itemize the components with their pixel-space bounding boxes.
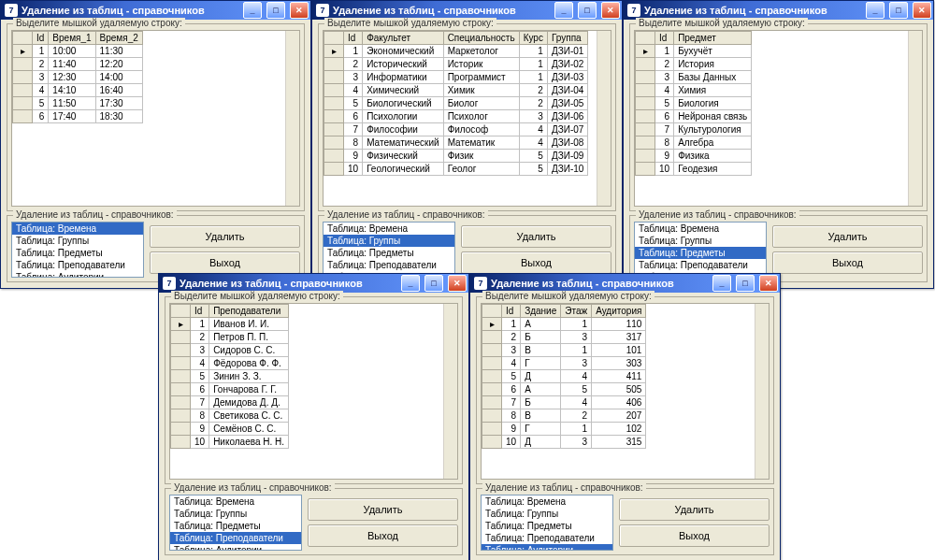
vertical-scrollbar[interactable] bbox=[755, 304, 769, 479]
column-header[interactable]: Группа bbox=[547, 32, 587, 45]
table-row[interactable]: 312:3014:00 bbox=[13, 71, 143, 84]
cell[interactable]: Базы Данных bbox=[674, 71, 752, 84]
vertical-scrollbar[interactable] bbox=[285, 31, 299, 206]
cell[interactable]: Геологический bbox=[363, 163, 444, 176]
cell[interactable]: ДЗИ-09 bbox=[547, 150, 587, 163]
cell[interactable]: Биология bbox=[674, 97, 752, 110]
table-row[interactable]: 5Д4411 bbox=[482, 370, 646, 383]
cell[interactable]: 3 bbox=[502, 344, 521, 357]
cell[interactable]: 3 bbox=[519, 110, 547, 123]
close-button[interactable]: ✕ bbox=[601, 2, 620, 19]
cell[interactable]: 1 bbox=[33, 45, 49, 58]
cell[interactable]: 8 bbox=[344, 136, 363, 150]
cell[interactable]: 2 bbox=[191, 331, 209, 344]
table-row[interactable]: 7Демидова Д. Д. bbox=[171, 396, 289, 409]
table-row[interactable]: 414:1016:40 bbox=[13, 84, 143, 97]
cell[interactable]: Петров П. П. bbox=[209, 331, 289, 344]
titlebar[interactable]: 7Удаление из таблиц - справочников_□✕ bbox=[470, 274, 780, 293]
minimize-button[interactable]: _ bbox=[712, 275, 731, 292]
column-header[interactable]: Курс bbox=[519, 32, 547, 45]
cell[interactable]: 2 bbox=[33, 58, 49, 71]
cell[interactable]: Философии bbox=[363, 123, 444, 136]
cell[interactable]: 4 bbox=[191, 357, 209, 370]
cell[interactable]: Сидоров С. С. bbox=[209, 344, 289, 357]
cell[interactable]: Биолог bbox=[443, 97, 519, 110]
column-header[interactable]: Id bbox=[191, 305, 209, 318]
cell[interactable]: Психолог bbox=[443, 110, 519, 123]
table-row[interactable]: 8МатематическийМатематик4ДЗИ-08 bbox=[324, 136, 588, 150]
table-row[interactable]: 6Гончарова Г. Г. bbox=[171, 383, 289, 396]
cell[interactable]: 1 bbox=[519, 45, 547, 58]
table-row[interactable]: 3В1101 bbox=[482, 344, 646, 357]
cell[interactable]: 406 bbox=[592, 396, 646, 409]
cell[interactable]: 9 bbox=[502, 423, 521, 436]
cell[interactable]: А bbox=[521, 383, 561, 396]
cell[interactable]: Экономический bbox=[363, 45, 444, 58]
tables-listbox[interactable]: Таблица: ВременаТаблица: ГруппыТаблица: … bbox=[169, 495, 302, 551]
maximize-button[interactable]: □ bbox=[266, 2, 285, 19]
cell[interactable]: Биологический bbox=[363, 97, 444, 110]
cell[interactable]: ДЗИ-10 bbox=[547, 163, 587, 176]
cell[interactable]: 1 bbox=[344, 45, 363, 58]
table-row[interactable]: 4Г3303 bbox=[482, 357, 646, 370]
cell[interactable]: 5 bbox=[344, 97, 363, 110]
cell[interactable]: ДЗИ-08 bbox=[547, 136, 587, 150]
table-row[interactable]: 6ПсихологииПсихолог3ДЗИ-06 bbox=[324, 110, 588, 123]
close-button[interactable]: ✕ bbox=[290, 2, 309, 19]
cell[interactable]: 6 bbox=[655, 110, 674, 123]
cell[interactable]: 5 bbox=[519, 150, 547, 163]
cell[interactable]: 4 bbox=[655, 84, 674, 97]
cell[interactable]: Математик bbox=[443, 136, 519, 150]
exit-button[interactable]: Выход bbox=[308, 524, 458, 547]
table-row[interactable]: 2История bbox=[636, 58, 752, 71]
listbox-item[interactable]: Таблица: Времена bbox=[12, 223, 143, 235]
cell[interactable]: Химический bbox=[363, 84, 444, 97]
cell[interactable]: 6 bbox=[191, 383, 209, 396]
table-row[interactable]: ▸110:0011:30 bbox=[13, 45, 143, 58]
listbox-item[interactable]: Таблица: Преподаватели bbox=[324, 259, 454, 271]
cell[interactable]: 6 bbox=[33, 110, 49, 123]
cell[interactable]: Гончарова Г. Г. bbox=[209, 383, 289, 396]
listbox-item[interactable]: Таблица: Группы bbox=[324, 235, 454, 247]
table-row[interactable]: 7Культурология bbox=[636, 123, 752, 136]
cell[interactable]: Историк bbox=[443, 58, 519, 71]
cell[interactable]: 1 bbox=[561, 318, 592, 331]
delete-button[interactable]: Удалить bbox=[308, 498, 458, 521]
cell[interactable]: Физика bbox=[674, 150, 752, 163]
cell[interactable]: Б bbox=[521, 331, 561, 344]
cell[interactable]: Алгебра bbox=[674, 136, 752, 150]
cell[interactable]: А bbox=[521, 318, 561, 331]
tables-listbox[interactable]: Таблица: ВременаТаблица: ГруппыТаблица: … bbox=[481, 495, 613, 551]
cell[interactable]: 5 bbox=[655, 97, 674, 110]
column-header[interactable]: Время_2 bbox=[95, 32, 142, 45]
table-row[interactable]: 9Г1102 bbox=[482, 423, 646, 436]
listbox-item[interactable]: Таблица: Времена bbox=[482, 495, 612, 508]
table-row[interactable]: 4Фёдорова Ф. Ф. bbox=[171, 357, 289, 370]
cell[interactable]: 2 bbox=[655, 58, 674, 71]
listbox-item[interactable]: Таблица: Группы bbox=[170, 508, 301, 520]
data-grid[interactable]: IdПреподаватели▸1Иванов И. И.2Петров П. … bbox=[169, 303, 458, 480]
cell[interactable]: Философ bbox=[443, 123, 519, 136]
cell[interactable]: 110 bbox=[592, 318, 646, 331]
cell[interactable]: 4 bbox=[561, 396, 592, 409]
data-grid[interactable]: IdЗданиеЭтажАудитория▸1А11102Б33173В1101… bbox=[481, 303, 770, 480]
cell[interactable]: 9 bbox=[191, 423, 209, 436]
cell[interactable]: Бухучёт bbox=[674, 45, 752, 58]
listbox-item[interactable]: Таблица: Предметы bbox=[482, 520, 612, 532]
titlebar[interactable]: 7Удаление из таблиц - справочников_□✕ bbox=[312, 1, 622, 20]
listbox-item[interactable]: Таблица: Предметы bbox=[635, 247, 766, 259]
listbox-item[interactable]: Таблица: Времена bbox=[635, 223, 766, 235]
column-header[interactable]: Id bbox=[655, 32, 674, 45]
table-row[interactable]: ▸1Иванов И. И. bbox=[171, 318, 289, 331]
column-header[interactable]: Специальность bbox=[443, 32, 519, 45]
listbox-item[interactable]: Таблица: Предметы bbox=[324, 247, 454, 259]
cell[interactable]: 2 bbox=[561, 409, 592, 423]
minimize-button[interactable]: _ bbox=[866, 2, 885, 19]
cell[interactable]: 8 bbox=[655, 136, 674, 150]
tables-listbox[interactable]: Таблица: ВременаТаблица: ГруппыТаблица: … bbox=[634, 222, 767, 278]
cell[interactable]: 10 bbox=[191, 436, 209, 449]
column-header[interactable]: Здание bbox=[521, 305, 561, 318]
table-row[interactable]: 8Светикова С. С. bbox=[171, 409, 289, 423]
table-row[interactable]: 10Николаева Н. Н. bbox=[171, 436, 289, 449]
cell[interactable]: 3 bbox=[33, 71, 49, 84]
